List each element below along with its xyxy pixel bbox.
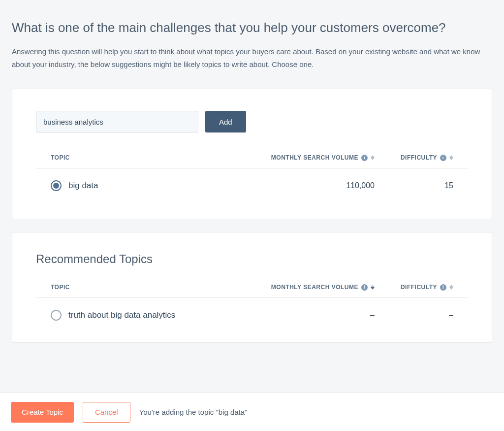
topic-input[interactable] xyxy=(36,111,198,133)
radio-selected-icon[interactable] xyxy=(51,180,62,191)
info-icon[interactable]: i xyxy=(361,284,368,291)
col-header-difficulty[interactable]: DIFFICULTY i xyxy=(375,284,453,291)
recommended-table: TOPIC MONTHLY SEARCH VOLUME i DIFFICULTY… xyxy=(36,284,468,332)
create-topic-button[interactable]: Create Topic xyxy=(11,402,74,423)
page-subtext: Answering this question will help you st… xyxy=(12,45,492,71)
svg-marker-3 xyxy=(449,158,453,160)
topic-name: truth about big data analytics xyxy=(68,310,175,320)
info-icon[interactable]: i xyxy=(440,155,446,161)
topic-difficulty: 15 xyxy=(375,181,453,190)
col-header-volume-label: MONTHLY SEARCH VOLUME xyxy=(271,284,358,291)
sort-icon[interactable] xyxy=(449,155,453,160)
col-header-topic[interactable]: TOPIC xyxy=(51,284,247,291)
table-row[interactable]: truth about big data analytics – – xyxy=(36,298,468,332)
footer-bar: Create Topic Cancel You're adding the to… xyxy=(0,393,504,431)
col-header-topic-label: TOPIC xyxy=(51,154,70,161)
topic-volume: 110,000 xyxy=(247,181,375,190)
sort-icon[interactable] xyxy=(371,155,375,160)
sort-icon[interactable] xyxy=(449,285,453,290)
topic-name: big data xyxy=(68,181,98,191)
svg-marker-5 xyxy=(371,287,375,290)
table-header: TOPIC MONTHLY SEARCH VOLUME i DIFFICULTY… xyxy=(36,284,468,298)
recommended-title: Recommended Topics xyxy=(36,252,468,266)
topic-volume: – xyxy=(247,311,375,320)
svg-marker-1 xyxy=(371,158,375,160)
topic-input-card: Add TOPIC MONTHLY SEARCH VOLUME i DIFFIC… xyxy=(12,89,492,219)
page-heading: What is one of the main challenges that … xyxy=(12,20,492,36)
svg-marker-7 xyxy=(449,287,453,290)
topic-input-row: Add xyxy=(36,111,468,133)
sort-icon[interactable] xyxy=(371,285,375,290)
table-row[interactable]: big data 110,000 15 xyxy=(36,168,468,203)
col-header-volume-label: MONTHLY SEARCH VOLUME xyxy=(271,154,358,161)
radio-unselected-icon[interactable] xyxy=(51,310,62,321)
col-header-difficulty-label: DIFFICULTY xyxy=(401,154,437,161)
col-header-topic[interactable]: TOPIC xyxy=(51,154,247,161)
col-header-difficulty[interactable]: DIFFICULTY i xyxy=(375,154,453,161)
info-icon[interactable]: i xyxy=(361,155,368,161)
add-button[interactable]: Add xyxy=(205,111,246,133)
topic-difficulty: – xyxy=(375,311,453,320)
col-header-topic-label: TOPIC xyxy=(51,284,70,291)
table-header: TOPIC MONTHLY SEARCH VOLUME i DIFFICULTY… xyxy=(36,154,468,168)
cancel-button[interactable]: Cancel xyxy=(83,402,130,423)
recommended-card: Recommended Topics TOPIC MONTHLY SEARCH … xyxy=(12,232,492,343)
col-header-volume[interactable]: MONTHLY SEARCH VOLUME i xyxy=(247,284,375,291)
added-topics-table: TOPIC MONTHLY SEARCH VOLUME i DIFFICULTY… xyxy=(36,154,468,203)
col-header-volume[interactable]: MONTHLY SEARCH VOLUME i xyxy=(247,154,375,161)
footer-status-text: You're adding the topic "big data" xyxy=(139,408,248,416)
col-header-difficulty-label: DIFFICULTY xyxy=(401,284,437,291)
info-icon[interactable]: i xyxy=(440,284,446,291)
